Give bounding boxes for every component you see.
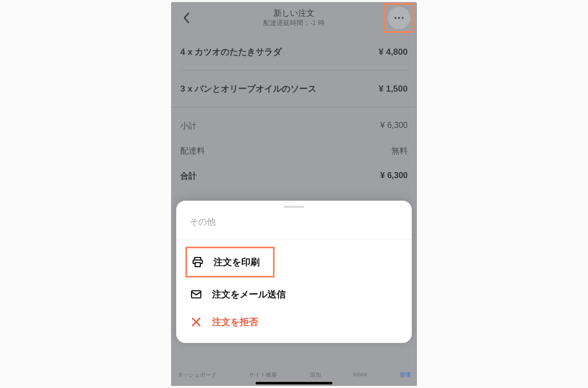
nav-add[interactable]: 追加 — [310, 371, 321, 379]
order-items: 4 x カツオのたたきサラダ ¥ 4,800 3 x パンとオリーブオイルのソー… — [171, 34, 417, 107]
print-option-highlight: 注文を印刷 — [185, 247, 275, 277]
nav-dashboard[interactable]: ダッシュボード — [177, 371, 217, 379]
subtotal-label: 小計 — [180, 121, 197, 132]
sheet-body: 注文を印刷 注文をメール送信 注文を拒否 — [176, 240, 412, 338]
svg-point-1 — [398, 17, 400, 19]
reject-label: 注文を拒否 — [212, 316, 258, 328]
subtotal-value: ¥ 6,300 — [381, 121, 408, 132]
page-title: 新しい注文 — [263, 8, 324, 19]
bottom-nav: ダッシュボード サイト概要 追加 Inbox 管理 — [171, 371, 417, 379]
sheet-handle[interactable] — [284, 206, 304, 208]
svg-rect-4 — [195, 263, 200, 267]
chevron-left-icon — [183, 12, 190, 24]
phone-screen: 新しい注文 配達遅延時間：-1 時 4 x カツオのたたきサラダ ¥ 4,800… — [171, 2, 417, 386]
total-row: 合計 ¥ 6,300 — [180, 164, 408, 189]
mail-icon — [190, 288, 203, 301]
nav-inbox[interactable]: Inbox — [353, 371, 367, 379]
email-order-option[interactable]: 注文をメール送信 — [185, 281, 403, 308]
item-price: ¥ 4,800 — [379, 47, 408, 57]
order-totals: 小計 ¥ 6,300 配達料 無料 合計 ¥ 6,300 — [171, 107, 417, 189]
order-line: 3 x パンとオリーブオイルのソース ¥ 1,500 — [180, 70, 408, 107]
item-label: 3 x パンとオリーブオイルのソース — [180, 83, 317, 95]
sheet-title: その他 — [176, 211, 412, 240]
print-order-option[interactable]: 注文を印刷 — [187, 248, 264, 276]
shipping-row: 配達料 無料 — [180, 139, 408, 164]
print-label: 注文を印刷 — [214, 256, 260, 268]
email-label: 注文をメール送信 — [212, 288, 286, 300]
nav-manage[interactable]: 管理 — [400, 371, 411, 379]
dots-horizontal-icon — [394, 16, 404, 19]
header: 新しい注文 配達遅延時間：-1 時 — [171, 2, 417, 34]
reject-order-option[interactable]: 注文を拒否 — [185, 308, 403, 336]
total-label: 合計 — [180, 171, 197, 182]
home-indicator[interactable] — [256, 382, 332, 384]
header-titles: 新しい注文 配達遅延時間：-1 時 — [263, 8, 324, 28]
back-button[interactable] — [178, 10, 195, 26]
svg-point-2 — [402, 17, 404, 19]
close-icon — [190, 315, 203, 329]
more-button-highlight — [384, 3, 414, 33]
subtotal-row: 小計 ¥ 6,300 — [180, 114, 408, 139]
bottom-sheet: その他 注文を印刷 — [176, 201, 412, 343]
page-subtitle: 配達遅延時間：-1 時 — [263, 19, 324, 28]
shipping-label: 配達料 — [180, 146, 205, 157]
nav-overview[interactable]: サイト概要 — [249, 371, 277, 379]
item-label: 4 x カツオのたたきサラダ — [180, 46, 282, 58]
shipping-value: 無料 — [391, 146, 408, 157]
svg-point-0 — [394, 17, 396, 19]
item-price: ¥ 1,500 — [379, 84, 408, 94]
order-line: 4 x カツオのたたきサラダ ¥ 4,800 — [180, 34, 408, 70]
printer-icon — [191, 255, 204, 269]
more-button[interactable] — [388, 7, 410, 29]
total-value: ¥ 6,300 — [381, 171, 408, 182]
